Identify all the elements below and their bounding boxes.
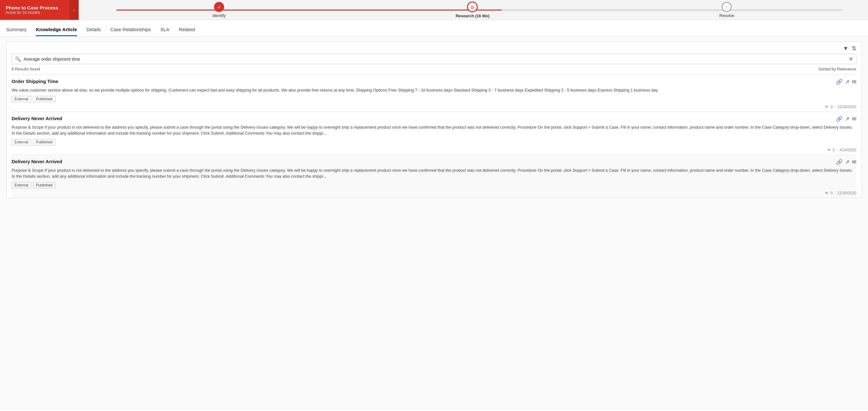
ka-article-1-header: Order Shipping Time 🔗 ↗ ✉: [12, 79, 856, 85]
step-label-identify: Identify: [212, 13, 226, 18]
results-count: 6 Results found: [12, 67, 40, 71]
sort-icon[interactable]: ⇅: [851, 45, 856, 52]
ka-article-2-title: Delivery Never Arrived: [12, 116, 62, 121]
open-article-icon[interactable]: ↗: [845, 79, 849, 85]
process-title-block: Phone to Case Process Active for 16 mont…: [0, 0, 69, 20]
tab-sla[interactable]: SLA: [160, 27, 169, 36]
ka-article-3-tags: External Published: [12, 182, 856, 189]
knowledge-article-panel: ▼ ⇅ 🔍 ✕ 6 Results found Sorted by Releva…: [6, 41, 862, 198]
views-icon-1: 👁: [825, 105, 829, 109]
ka-article-3-date: 12/30/2020: [837, 191, 856, 195]
ka-article-2-dot: ·: [837, 148, 837, 152]
process-bar: Phone to Case Process Active for 16 mont…: [0, 0, 868, 20]
email-article-icon[interactable]: ✉: [852, 79, 856, 85]
step-label-resolve: Resolve: [719, 13, 734, 18]
views-icon-2: 👁: [827, 148, 831, 152]
ka-article-3-body: Purpose & Scope If your product is not d…: [12, 167, 856, 179]
sorted-by: Sorted by Relevance: [818, 67, 856, 71]
process-collapse-button[interactable]: ‹: [69, 0, 79, 20]
ka-article-1-footer: 👁 0 · 12/30/2020: [12, 105, 856, 109]
tab-details[interactable]: Details: [87, 27, 101, 36]
ka-article-1-tag-published: Published: [33, 96, 55, 102]
views-icon-3: 👁: [825, 191, 829, 195]
tab-knowledge-article[interactable]: Knowledge Article: [36, 27, 77, 36]
search-clear-button[interactable]: ✕: [849, 56, 853, 62]
ka-article-1: Order Shipping Time 🔗 ↗ ✉ We value custo…: [12, 74, 856, 112]
ka-article-1-tags: External Published: [12, 96, 856, 102]
email-article-icon-3[interactable]: ✉: [852, 159, 856, 165]
ka-article-2-body: Purpose & Scope If your product is not d…: [12, 124, 856, 136]
ka-article-2-footer: 👁 0 · 4/14/2020: [12, 148, 856, 152]
tab-related[interactable]: Related: [179, 27, 195, 36]
process-line-active: [117, 9, 502, 10]
process-title: Phone to Case Process: [6, 5, 64, 10]
tab-summary[interactable]: Summary: [6, 27, 26, 36]
ka-article-2-header: Delivery Never Arrived 🔗 ↗ ✉: [12, 116, 856, 122]
link-article-icon-2[interactable]: 🔗: [836, 116, 842, 122]
ka-article-3-tag-external: External: [12, 182, 31, 189]
ka-toolbar: ▼ ⇅: [12, 45, 856, 54]
ka-article-3-views: 0: [831, 191, 833, 195]
ka-article-1-title: Order Shipping Time: [12, 79, 58, 84]
ka-article-3-header: Delivery Never Arrived 🔗 ↗ ✉: [12, 159, 856, 165]
open-article-icon-3[interactable]: ↗: [845, 159, 849, 165]
step-circle-identify: ✓: [214, 2, 224, 12]
ka-article-3-tag-published: Published: [33, 182, 55, 189]
step-label-research: Research (16 Mo): [456, 13, 490, 18]
link-article-icon-3[interactable]: 🔗: [836, 159, 842, 165]
ka-article-1-body: We value customer service above all else…: [12, 87, 856, 93]
ka-article-3-title: Delivery Never Arrived: [12, 159, 62, 164]
process-step-resolve[interactable]: ○ Resolve: [719, 2, 734, 18]
ka-article-3-dot: ·: [835, 191, 836, 195]
ka-article-2-date: 4/14/2020: [840, 148, 856, 152]
email-article-icon-2[interactable]: ✉: [852, 116, 856, 122]
main-content: ▼ ⇅ 🔍 ✕ 6 Results found Sorted by Releva…: [0, 36, 868, 410]
process-step-identify[interactable]: ✓ Identify: [212, 2, 226, 18]
link-article-icon[interactable]: 🔗: [836, 79, 842, 85]
open-article-icon-2[interactable]: ↗: [845, 116, 849, 122]
ka-results-meta: 6 Results found Sorted by Relevance: [12, 67, 856, 71]
ka-article-2-actions: 🔗 ↗ ✉: [836, 116, 856, 122]
ka-article-3-actions: 🔗 ↗ ✉: [836, 159, 856, 165]
ka-article-1-views: 0: [831, 105, 833, 109]
filter-icon[interactable]: ▼: [843, 45, 848, 52]
ka-article-2-tags: External Published: [12, 139, 856, 145]
process-subtitle: Active for 16 months: [6, 10, 64, 15]
ka-article-2-tag-external: External: [12, 139, 31, 145]
ka-article-3-footer: 👁 0 · 12/30/2020: [12, 191, 856, 195]
search-icon: 🔍: [15, 56, 21, 62]
tab-case-relationships[interactable]: Case Relationships: [110, 27, 151, 36]
ka-search-row: 🔍 ✕: [12, 54, 856, 64]
ka-article-2-views: 0: [833, 148, 835, 152]
ka-article-1-dot: ·: [835, 105, 836, 109]
ka-article-2-tag-published: Published: [33, 139, 55, 145]
ka-article-3: Delivery Never Arrived 🔗 ↗ ✉ Purpose & S…: [12, 155, 856, 198]
search-input[interactable]: [24, 57, 849, 62]
ka-article-2: Delivery Never Arrived 🔗 ↗ ✉ Purpose & S…: [12, 112, 856, 155]
ka-article-1-tag-external: External: [12, 96, 31, 102]
ka-article-1-date: 12/30/2020: [837, 105, 856, 109]
step-circle-resolve: ○: [722, 2, 732, 12]
process-step-research[interactable]: ◎ Research (16 Mo): [456, 2, 490, 18]
ka-article-1-actions: 🔗 ↗ ✉: [836, 79, 856, 85]
step-circle-research: ◎: [467, 2, 478, 12]
nav-tabs: Summary Knowledge Article Details Case R…: [0, 20, 868, 36]
process-steps: ✓ Identify ◎ Research (16 Mo) ○ Resolve: [79, 2, 868, 18]
